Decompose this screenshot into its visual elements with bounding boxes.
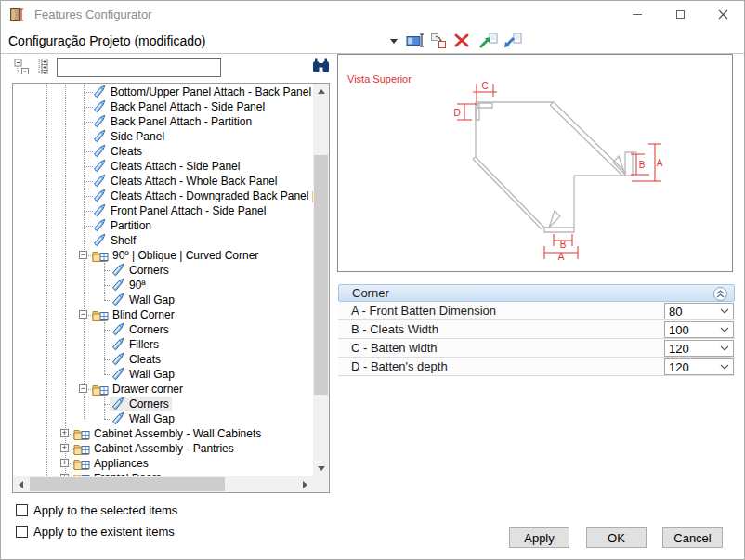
tree-item-box[interactable]: Cleats Attach - Whole Back Panel	[91, 174, 280, 189]
double-chevron-up-icon	[716, 290, 725, 298]
tree-item-box[interactable]: Front Panel Attach - Side Panel	[91, 203, 268, 218]
tree-horizontal-scrollbar[interactable]	[13, 476, 313, 492]
minimize-button[interactable]	[616, 1, 659, 28]
tree-item-box[interactable]: Corners	[110, 263, 172, 278]
scroll-down-button[interactable]	[313, 461, 329, 476]
tree-item-box[interactable]: 90ª	[110, 278, 149, 293]
parameter-value-dropdown[interactable]: 100	[664, 321, 734, 338]
tree-item-box[interactable]: 90º | Oblique | Curved Corner	[91, 248, 261, 263]
parameter-value-dropdown[interactable]: 120	[664, 340, 734, 357]
tree-item[interactable]: Cleats	[13, 352, 313, 367]
tree-item[interactable]: Side Panel	[13, 129, 313, 144]
tree-item-box[interactable]: Corners	[110, 322, 172, 337]
tree-item-box[interactable]: Back Panel Attach - Side Panel	[91, 99, 268, 114]
tree-item[interactable]: Back Panel Attach - Partition	[13, 114, 313, 129]
tree-item[interactable]: −Blind Corner	[13, 307, 313, 322]
collapse-section-button[interactable]	[713, 287, 727, 301]
collapse-all-icon[interactable]	[14, 59, 30, 78]
tree-item-box[interactable]: Side Panel	[91, 129, 167, 144]
close-button[interactable]	[701, 1, 744, 28]
tree-item-box[interactable]: Partition	[91, 218, 154, 233]
tree-item[interactable]: Shelf	[13, 233, 313, 248]
tree-item-box[interactable]: Wall Gap	[110, 367, 177, 382]
tree-item-box[interactable]: Appliances	[72, 456, 151, 471]
tree-item[interactable]: Cleats	[13, 144, 313, 159]
dropdown-arrow-icon[interactable]	[390, 39, 398, 44]
collapse-node-icon[interactable]: −	[79, 251, 87, 259]
tree-item[interactable]: Wall Gap	[13, 411, 313, 426]
tree-item-box[interactable]: Cabinet Assembly - Pantries	[72, 441, 237, 456]
tree-item-box[interactable]: Blind Corner	[91, 307, 177, 322]
maximize-button[interactable]	[659, 1, 701, 28]
tree-item[interactable]: Back Panel Attach - Side Panel	[13, 99, 313, 114]
dim-label-b2: B	[560, 240, 567, 250]
tree-item-label: Cabinet Assembly - Pantries	[94, 442, 234, 455]
apply-selected-checkbox-row[interactable]: Apply to the selected items	[16, 503, 177, 517]
rename-icon[interactable]	[406, 33, 426, 52]
collapse-node-icon[interactable]: −	[79, 310, 87, 319]
checkbox-icon[interactable]	[16, 504, 28, 516]
import-icon[interactable]	[477, 33, 498, 53]
tree-item-box[interactable]: Bottom/Upper Panel Attach - Back Panel	[91, 85, 313, 99]
scroll-left-button[interactable]	[13, 476, 29, 492]
expand-all-icon[interactable]	[36, 59, 52, 78]
tree-item[interactable]: Wall Gap	[13, 367, 313, 382]
duplicate-icon[interactable]	[430, 33, 447, 53]
export-icon[interactable]	[501, 33, 522, 53]
checkbox-icon[interactable]	[16, 526, 28, 538]
tree-item[interactable]: Fillers	[13, 337, 313, 352]
parameter-value-dropdown[interactable]: 80	[664, 303, 734, 319]
collapse-node-icon[interactable]: −	[79, 384, 87, 393]
apply-existent-checkbox-row[interactable]: Apply to the existent items	[16, 525, 175, 539]
tree-item-label: Cleats Attach - Downgraded Back Panel | …	[111, 189, 313, 202]
corner-section-header[interactable]: Corner	[338, 284, 735, 302]
tree-item[interactable]: Corners	[13, 322, 313, 337]
tree-item[interactable]: Cleats Attach - Whole Back Panel	[13, 174, 313, 189]
tree-item[interactable]: Corners	[13, 263, 313, 278]
scroll-right-button[interactable]	[297, 476, 313, 492]
apply-button[interactable]: Apply	[509, 527, 569, 548]
tree-item-box[interactable]: Back Panel Attach - Partition	[91, 114, 255, 129]
tree-vertical-scrollbar[interactable]	[313, 84, 329, 476]
tag-icon	[111, 367, 125, 382]
tag-icon	[111, 352, 125, 367]
tree-item[interactable]: +Cabinet Assembly - Pantries	[13, 441, 313, 456]
tree-item[interactable]: +Appliances	[13, 456, 313, 471]
parameter-value-dropdown[interactable]: 120	[664, 358, 734, 375]
tree-item-box[interactable]: Cleats	[91, 144, 145, 159]
tree-item-selected[interactable]: Corners	[110, 397, 172, 411]
expand-node-icon[interactable]: +	[60, 459, 69, 467]
tree-item[interactable]: +Cabinet Assembly - Wall Cabinets	[13, 426, 313, 441]
expand-node-icon[interactable]: +	[60, 444, 69, 452]
tree-item[interactable]: Bottom/Upper Panel Attach - Back Panel	[13, 85, 313, 99]
ok-button[interactable]: OK	[586, 527, 647, 548]
horizontal-scroll-thumb[interactable]	[30, 477, 225, 491]
configuration-dropdown[interactable]: Configuração Projeto (modificado)	[8, 29, 205, 53]
tree-item-box[interactable]: Cabinet Assembly - Wall Cabinets	[72, 426, 264, 441]
search-binoculars-icon[interactable]	[312, 57, 330, 77]
tree-item[interactable]: 90ª	[13, 278, 313, 293]
tree-item-box[interactable]: Fillers	[110, 337, 162, 352]
delete-icon[interactable]	[453, 33, 470, 52]
search-input[interactable]	[57, 58, 221, 77]
scroll-up-button[interactable]	[313, 84, 329, 99]
cancel-button[interactable]: Cancel	[662, 527, 723, 548]
tree-item-box[interactable]: Cleats Attach - Downgraded Back Panel | …	[91, 189, 313, 203]
tree-item[interactable]: Cleats Attach - Downgraded Back Panel | …	[13, 189, 313, 203]
tree-item[interactable]: Wall Gap	[13, 293, 313, 307]
tree-item-box[interactable]: Drawer corner	[91, 382, 186, 397]
folder-icon	[92, 308, 109, 322]
tree-item[interactable]: Partition	[13, 218, 313, 233]
tree-item-box[interactable]: Cleats Attach - Side Panel	[91, 159, 242, 174]
tree-item[interactable]: −90º | Oblique | Curved Corner	[13, 248, 313, 263]
tree-item[interactable]: Cleats Attach - Side Panel	[13, 159, 313, 174]
tree-item[interactable]: −Drawer corner	[13, 382, 313, 397]
tree-item-box[interactable]: Wall Gap	[110, 293, 177, 307]
tree-item-box[interactable]: Cleats	[110, 352, 163, 367]
tree-item[interactable]: Front Panel Attach - Side Panel	[13, 203, 313, 218]
tree-item[interactable]: Corners	[13, 397, 313, 411]
vertical-scroll-thumb[interactable]	[314, 155, 328, 395]
expand-node-icon[interactable]: +	[60, 429, 69, 437]
tree-item-box[interactable]: Shelf	[91, 233, 138, 248]
tree-item-box[interactable]: Wall Gap	[110, 411, 177, 426]
